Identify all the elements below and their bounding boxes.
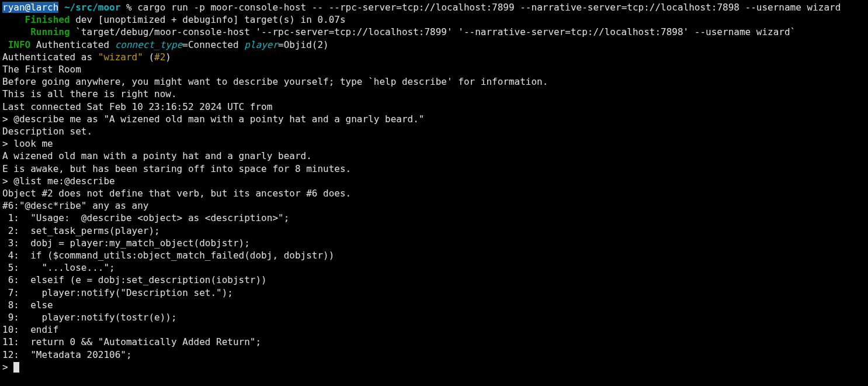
output-line: > look me — [2, 138, 53, 149]
output-line: 9: player:notify(tostr(e)); — [2, 312, 177, 323]
auth-prefix: Authenticated as — [2, 51, 98, 63]
output-line: 7: player:notify("Description set."); — [2, 287, 233, 298]
log-level: INFO — [2, 39, 30, 50]
output-line: A wizened old man with a pointy hat and … — [2, 150, 312, 161]
output-line: 11: return 0 && "Automatically Added Ret… — [2, 336, 261, 347]
output-line: The First Room — [2, 64, 81, 75]
terminal-output[interactable]: ryan@larch ~/src/moor % cargo run -p moo… — [0, 0, 868, 386]
output-line: 8: else — [2, 299, 53, 311]
output-line: 6: elseif (e = dobj:set_description(iobj… — [2, 274, 267, 285]
output-line: Object #2 does not define that verb, but… — [2, 188, 351, 199]
input-prompt[interactable]: > — [2, 361, 13, 373]
output-line: 12: "Metadata 202106"; — [2, 349, 132, 360]
output-line: > @describe me as "A wizened old man wit… — [2, 113, 424, 125]
output-line: 4: if ($command_utils:object_match_faile… — [2, 250, 334, 261]
output-line: 2: set_task_perms(player); — [2, 225, 160, 236]
output-line: This is all there is right now. — [2, 88, 177, 99]
cursor[interactable] — [13, 362, 19, 373]
output-line: E is awake, but has been staring off int… — [2, 163, 351, 174]
auth-objid: #2 — [154, 51, 165, 63]
output-line: Before going anywhere, you might want to… — [2, 76, 548, 87]
prompt-path: ~/src/moor — [64, 2, 120, 13]
output-line: Last connected Sat Feb 10 23:16:52 2024 … — [2, 101, 272, 112]
output-line: > @list me:@describe — [2, 175, 115, 187]
shell-command: cargo run -p moor-console-host -- --rpc-… — [137, 2, 841, 13]
auth-username: "wizard" — [98, 51, 143, 63]
prompt-user-host: ryan@larch — [2, 2, 58, 13]
output-line: Description set. — [2, 126, 92, 137]
output-line: 5: "...lose..."; — [2, 262, 115, 273]
cargo-finished-label: Finished — [2, 14, 70, 25]
output-line: #6:"@desc*ribe" any as any — [2, 200, 148, 211]
output-line: 3: dobj = player:my_match_object(dobjstr… — [2, 237, 250, 249]
prompt-sigil: % — [120, 2, 137, 13]
output-line: 1: "Usage: @describe <object> as <descri… — [2, 212, 289, 223]
output-line: 10: endif — [2, 324, 58, 335]
cargo-running-label: Running — [2, 26, 70, 37]
